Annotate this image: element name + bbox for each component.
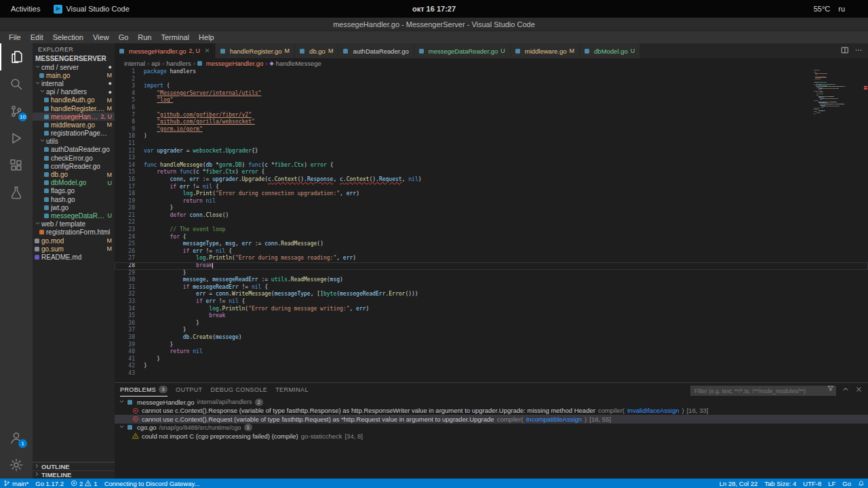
minimap[interactable]	[814, 70, 861, 117]
tab-messegeHandler-go[interactable]: messegeHandler.go2, U	[115, 43, 216, 58]
tree-file-messegehandler.go[interactable]: messegeHandler.go2, U	[33, 113, 115, 121]
code-line-8[interactable]: 8 "github.com/gorilla/websocket"	[115, 119, 868, 126]
code-line-43[interactable]: 43	[115, 370, 868, 378]
status-indentation[interactable]: Tab Size: 4	[761, 479, 800, 488]
breadcrumb-api[interactable]: api	[151, 60, 160, 67]
code-line-29[interactable]: 29 }	[115, 270, 868, 277]
problem-group-messegeHandler-go[interactable]: messegeHandler.gointernal/api/handlers2	[115, 398, 868, 407]
menu-terminal[interactable]: Terminal	[157, 33, 195, 42]
code-line-7[interactable]: 7 "github.com/gofiber/fiber/v2"	[115, 112, 868, 119]
tree-file-handleauth.go[interactable]: handleAuth.goM	[33, 96, 115, 104]
tree-folder-web-template[interactable]: web / template	[33, 220, 115, 228]
activity-run-and-debug[interactable]	[0, 125, 33, 152]
tree-folder-api-handlers[interactable]: api / handlers●	[33, 88, 115, 96]
tree-file-go.sum[interactable]: go.sumM	[33, 245, 115, 253]
activity-source-control[interactable]: 10	[0, 98, 33, 125]
breadcrumb-internal[interactable]: internal	[124, 60, 145, 67]
tree-file-registrationform.html[interactable]: registrationForm.html	[33, 228, 115, 237]
code-line-1[interactable]: 1package handlers	[115, 68, 868, 76]
code-line-22[interactable]: 22	[115, 219, 868, 226]
code-line-33[interactable]: 33 if err != nil {	[115, 298, 868, 306]
tree-file-registrationpagehandler.go[interactable]: registrationPageHandler.go	[33, 129, 115, 138]
code-line-23[interactable]: 23 // The event loop	[115, 226, 868, 234]
menu-run[interactable]: Run	[133, 33, 156, 42]
tree-file-dbmodel.go[interactable]: dbModel.goU	[33, 179, 115, 187]
code-line-34[interactable]: 34 log.Println("Error during message wri…	[115, 306, 868, 313]
activity-accounts[interactable]: 1	[0, 424, 33, 451]
menu-file[interactable]: File	[4, 33, 26, 42]
section-outline[interactable]: OUTLINE	[33, 462, 115, 470]
code-line-39[interactable]: 39 }	[115, 342, 868, 349]
code-line-14[interactable]: 14func handleMessege(db *gorm.DB) func(c…	[115, 162, 868, 169]
section-timeline[interactable]: TIMELINE	[33, 470, 115, 479]
tab-dbModel-go[interactable]: dbModel.goU	[580, 43, 640, 58]
code-line-5[interactable]: 5 "log"	[115, 97, 868, 104]
menu-edit[interactable]: Edit	[26, 33, 48, 42]
tree-file-configreader.go[interactable]: configReader.go	[33, 162, 115, 170]
activity-testing[interactable]	[0, 179, 33, 206]
code-line-28[interactable]: 28 break	[115, 262, 868, 270]
code-line-15[interactable]: 15 return func(c *fiber.Ctx) error {	[115, 169, 868, 176]
status-encoding[interactable]: UTF-8	[800, 479, 825, 488]
activity-extensions[interactable]	[0, 152, 33, 179]
app-menu[interactable]: Visual Studio Code	[54, 5, 132, 14]
panel-tab-problems[interactable]: PROBLEMS3	[120, 383, 167, 396]
status-eol[interactable]: LF	[825, 479, 839, 488]
code-line-40[interactable]: 40 return nil	[115, 348, 868, 356]
tree-file-go.mod[interactable]: go.modM	[33, 237, 115, 245]
tree-file-main.go[interactable]: main.goM	[33, 71, 115, 79]
status-cursor-position[interactable]: Ln 28, Col 22	[716, 479, 762, 488]
tab-handleRegister-go[interactable]: handleRegister.goM	[216, 43, 295, 58]
problem-group-cgo-go[interactable]: cgo.go/snap/go/8489/src/runtime/cgo1	[115, 424, 868, 432]
code-line-27[interactable]: 27 log.Println("Error during message rea…	[115, 255, 868, 262]
problem-item[interactable]: cannot use c.Context().Response (variabl…	[115, 407, 868, 415]
activity-manage[interactable]	[0, 451, 33, 479]
tab-messegeDataReader-go[interactable]: messegeDataReader.goU	[414, 43, 511, 58]
clock[interactable]: окт 16 17:27	[412, 5, 456, 13]
tree-file-checkerror.go[interactable]: checkError.go	[33, 154, 115, 162]
status-language-mode[interactable]: Go	[839, 479, 854, 488]
panel-tab-terminal[interactable]: TERMINAL	[275, 383, 309, 396]
code-line-32[interactable]: 32 err = conn.WriteMessage(messageType, …	[115, 291, 868, 298]
problem-item[interactable]: could not import C (cgo preprocessing fa…	[115, 432, 868, 441]
status-go-version[interactable]: Go 1.17.2	[32, 479, 67, 488]
code-line-26[interactable]: 26 if err != nil {	[115, 248, 868, 256]
code-line-16[interactable]: 16 conn, err := upgrader.Upgrade(c.Conte…	[115, 176, 868, 184]
status-notifications[interactable]	[854, 479, 868, 488]
code-line-38[interactable]: 38 db.Create(messege)	[115, 334, 868, 342]
close-panel-icon[interactable]	[855, 384, 863, 396]
breadcrumb-handlers[interactable]: handlers	[166, 60, 191, 67]
code-line-35[interactable]: 35 break	[115, 312, 868, 320]
code-line-18[interactable]: 18 log.Print("Error during connection up…	[115, 190, 868, 198]
code-line-17[interactable]: 17 if err != nil {	[115, 184, 868, 191]
tab-middleware-go[interactable]: middleware.goM	[511, 43, 580, 58]
keyboard-layout-indicator[interactable]: ru	[838, 5, 847, 13]
code-line-30[interactable]: 30 messege, messegeReadErr := utils.Read…	[115, 277, 868, 284]
code-line-4[interactable]: 4 "MessengerServer/internal/utils"	[115, 90, 868, 98]
breadcrumb-messegeHandler-go[interactable]: messegeHandler.go	[197, 60, 264, 67]
tree-file-readme.md[interactable]: README.md	[33, 253, 115, 261]
tree-file-messegedatareader.go[interactable]: messegeDataReader.goU	[33, 211, 115, 220]
tree-file-flags.go[interactable]: flags.go	[33, 187, 115, 195]
problem-code-link[interactable]: IncompatibleAssign	[526, 415, 582, 423]
code-line-10[interactable]: 10)	[115, 133, 868, 140]
temperature-indicator[interactable]: 55°C	[812, 5, 831, 13]
problem-code-link[interactable]: InvalidIfaceAssign	[627, 407, 679, 414]
explorer-root-folder[interactable]: MESSENGERSERVER	[33, 54, 115, 63]
code-line-20[interactable]: 20 }	[115, 205, 868, 212]
code-line-42[interactable]: 42}	[115, 363, 868, 370]
code-line-13[interactable]: 13	[115, 155, 868, 162]
tab-authDataReader-go[interactable]: authDataReader.go	[338, 43, 414, 58]
menu-go[interactable]: Go	[114, 33, 134, 42]
code-line-3[interactable]: 3import (	[115, 83, 868, 90]
code-editor[interactable]: 1package handlers23import (4 "MessengerS…	[115, 68, 868, 382]
close-tab-icon[interactable]	[204, 47, 210, 55]
activity-explorer[interactable]	[0, 43, 33, 70]
tab-db-go[interactable]: db.goM	[295, 43, 338, 58]
code-line-41[interactable]: 41 }	[115, 356, 868, 363]
menu-help[interactable]: Help	[194, 33, 219, 42]
panel-tab-output[interactable]: OUTPUT	[176, 383, 202, 396]
code-line-36[interactable]: 36 }	[115, 320, 868, 327]
code-line-37[interactable]: 37 }	[115, 327, 868, 334]
breadcrumb-handleMessege[interactable]: ◆handleMessege	[270, 60, 321, 67]
